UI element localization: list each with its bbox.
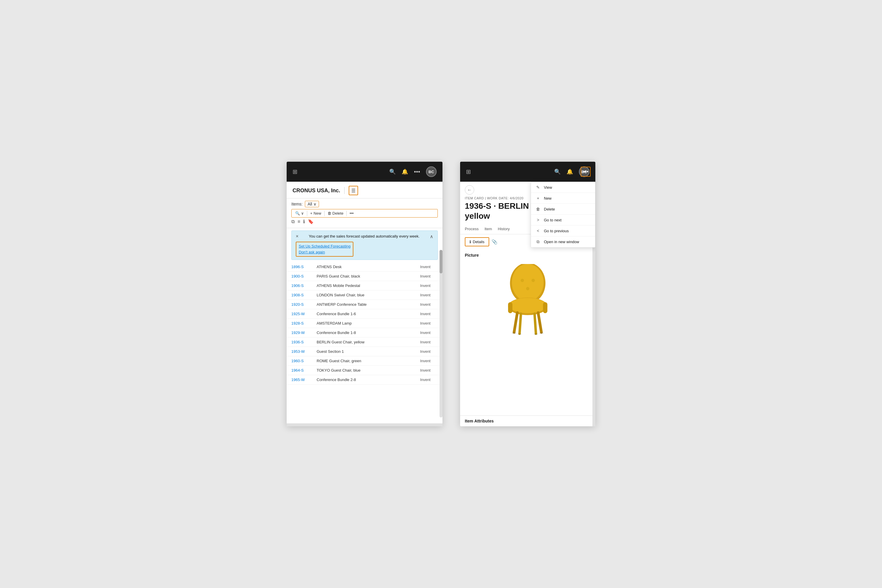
open-window-label: Open in new window [544,240,579,244]
tab-process[interactable]: Process [465,224,478,234]
table-row[interactable]: 1953-W Guest Section 1 Invent [286,347,442,356]
delete-icon: 🗑 [536,207,540,212]
bookmark-icon[interactable]: 🔖 [308,219,314,224]
row-id[interactable]: 1965-W [291,378,312,382]
row-id[interactable]: 1900-S [291,274,312,278]
right-nav-more-button[interactable]: ••• [580,167,591,177]
dropdown-view[interactable]: ✎ View [531,182,595,193]
table-row[interactable]: 1925-W Conference Bundle 1-6 Invent [286,309,442,319]
row-type: Invent [420,302,438,307]
row-name: LONDON Swivel Chair, blue [316,293,416,297]
row-name: ANTWERP Conference Table [316,302,416,307]
row-name: Conference Bundle 1-8 [316,330,416,335]
left-scroll-thumb [440,250,442,273]
dropdown-go-next[interactable]: > Go to next [531,214,595,225]
row-name: Conference Bundle 2-8 [316,378,416,382]
delete-button[interactable]: 🗑 Delete [326,210,345,216]
tab-item[interactable]: Item [484,224,492,234]
table-row[interactable]: 1960-S ROME Guest Chair, green Invent [286,356,442,366]
nav-bell-icon[interactable]: 🔔 [402,168,408,175]
tab-history[interactable]: History [498,224,510,234]
row-id[interactable]: 1936-S [291,340,312,344]
bottom-scrollbar[interactable] [286,423,442,426]
list-icon[interactable]: ≡ [297,219,300,224]
dropdown-go-prev[interactable]: < Go to previous [531,225,595,236]
row-id[interactable]: 1925-W [291,312,312,316]
row-id[interactable]: 1964-S [291,368,312,372]
details-button[interactable]: ℹ Details [465,237,489,246]
svg-rect-7 [508,302,513,313]
view-icon: ✎ [536,185,540,190]
table-row[interactable]: 1936-S BERLIN Guest Chair, yellow Invent [286,338,442,347]
menu-button[interactable]: ☰ [349,186,358,195]
row-type: Invent [420,312,438,316]
dropdown-new[interactable]: + New [531,193,595,204]
info-icon[interactable]: ℹ [303,219,305,224]
picture-label: Picture [465,253,591,258]
table-row[interactable]: 1920-S ANTWERP Conference Table Invent [286,300,442,309]
table-row[interactable]: 1965-W Conference Bundle 2-8 Invent [286,375,442,384]
svg-point-16 [534,333,538,335]
items-toolbar: Items: All ∨ 🔍 ∨ + New 🗑 Delete [286,198,442,228]
company-name: CRONUS USA, Inc. [292,188,340,194]
dropdown-open-window[interactable]: ⧉ Open in new window [531,236,595,247]
dropdown-delete[interactable]: 🗑 Delete [531,204,595,214]
table-row[interactable]: 1896-S ATHENS Desk Invent [286,262,442,272]
left-avatar[interactable]: BC [426,166,436,177]
nav-more-icon[interactable]: ••• [414,168,420,175]
banner-collapse-icon[interactable]: ∧ [430,234,434,239]
table-row[interactable]: 1964-S TOKYO Guest Chair, blue Invent [286,366,442,375]
grid-icon[interactable]: ⊞ [292,168,297,175]
search-button[interactable]: 🔍 ∨ [294,210,305,216]
search-icon: 🔍 [295,211,300,216]
row-name: TOKYO Guest Chair, blue [316,368,416,372]
new-label: New [544,196,552,201]
row-name: ROME Guest Chair, green [316,358,416,363]
table-row[interactable]: 1929-W Conference Bundle 1-8 Invent [286,328,442,338]
row-id[interactable]: 1906-S [291,284,312,288]
nav-search-icon[interactable]: 🔍 [389,168,396,175]
table-row[interactable]: 1908-S LONDON Swivel Chair, blue Invent [286,291,442,300]
row-type: Invent [420,274,438,278]
more-button[interactable]: ••• [348,210,355,216]
items-filter-button[interactable]: All ∨ [305,201,319,207]
row-name: Guest Section 1 [316,349,416,354]
row-type: Invent [420,321,438,326]
table-row[interactable]: 1906-S ATHENS Mobile Pedestal Invent [286,281,442,291]
row-id[interactable]: 1908-S [291,293,312,297]
filter-icon[interactable]: ⧉ [291,219,295,224]
prev-icon: < [536,228,540,233]
item-attributes-section: Item Attributes [460,416,596,426]
open-window-icon: ⧉ [536,239,540,244]
right-grid-icon[interactable]: ⊞ [466,168,471,175]
row-id[interactable]: 1953-W [291,349,312,354]
right-nav-bell-icon[interactable]: 🔔 [567,168,573,175]
table-row[interactable]: 1928-S AMSTERDAM Lamp Invent [286,319,442,328]
back-button[interactable]: ← [465,185,474,195]
banner-links-box: Set Up Scheduled Forecasting Don't ask a… [296,242,353,256]
row-name: PARIS Guest Chair, black [316,274,416,278]
row-type: Invent [420,340,438,344]
attach-icon[interactable]: 📎 [492,239,498,244]
svg-point-3 [531,279,535,282]
row-id[interactable]: 1929-W [291,330,312,335]
forecast-banner: × You can get the sales forecast updated… [291,231,438,260]
items-action-row: 🔍 ∨ + New 🗑 Delete ••• [291,209,438,218]
banner-close-icon[interactable]: × [296,234,298,239]
setup-forecasting-link[interactable]: Set Up Scheduled Forecasting [299,243,351,249]
dont-ask-again-link[interactable]: Don't ask again [299,249,351,255]
go-next-label: Go to next [544,218,561,222]
row-id[interactable]: 1960-S [291,358,312,363]
view-label: View [544,185,552,190]
row-id[interactable]: 1928-S [291,321,312,326]
new-button[interactable]: + New [309,210,322,216]
table-row[interactable]: 1900-S PARIS Guest Chair, black Invent [286,272,442,281]
row-id[interactable]: 1920-S [291,302,312,307]
toolbar-divider-1 [307,211,307,216]
new-label: New [314,211,321,216]
row-id[interactable]: 1896-S [291,265,312,269]
left-scrollbar[interactable] [440,250,442,417]
right-nav-search-icon[interactable]: 🔍 [554,168,561,175]
svg-point-6 [509,298,546,313]
row-type: Invent [420,349,438,354]
